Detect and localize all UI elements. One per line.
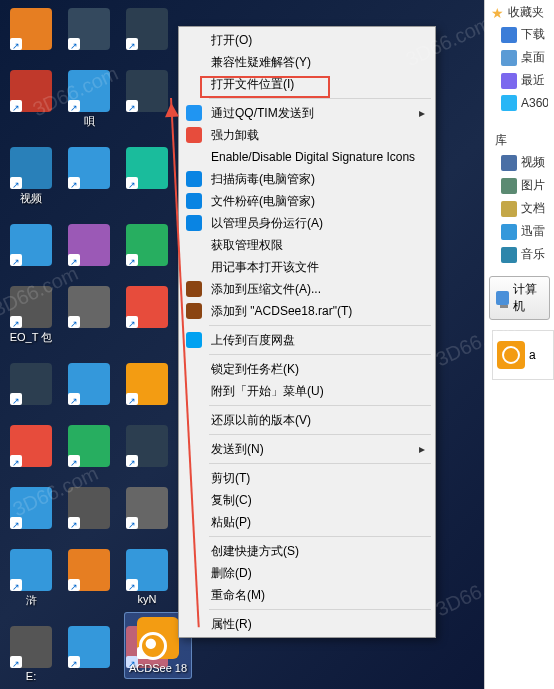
menu-item[interactable]: 文件粉碎(电脑管家) (181, 190, 433, 212)
menu-item-label: 上传到百度网盘 (211, 332, 295, 349)
menu-item-label: 附到「开始」菜单(U) (211, 383, 324, 400)
sidebar-item[interactable]: 最近 (491, 69, 548, 92)
desktop-icon[interactable] (120, 363, 174, 407)
folder-icon (501, 201, 517, 217)
menu-item[interactable]: 强力卸载 (181, 124, 433, 146)
menu-item[interactable]: 还原以前的版本(V) (181, 409, 433, 431)
desktop-icon[interactable] (62, 147, 116, 206)
desktop-icon[interactable]: 视频 (4, 147, 58, 206)
menu-item[interactable]: 锁定到任务栏(K) (181, 358, 433, 380)
folder-icon (501, 224, 517, 240)
acdsee-icon (137, 617, 179, 659)
menu-item-icon (186, 193, 202, 209)
sidebar-item-label: 图片 (521, 177, 545, 194)
desktop-icon[interactable] (4, 8, 58, 52)
menu-item[interactable]: 扫描病毒(电脑管家) (181, 168, 433, 190)
app-icon (10, 224, 52, 266)
menu-item[interactable]: 剪切(T) (181, 467, 433, 489)
acdsee-panel-icon (497, 341, 525, 369)
menu-item[interactable]: 添加到 "ACDSee18.rar"(T) (181, 300, 433, 322)
desktop-icon[interactable] (62, 8, 116, 52)
desktop-icon[interactable] (62, 487, 116, 531)
menu-item[interactable]: 附到「开始」菜单(U) (181, 380, 433, 402)
sidebar-item[interactable]: 音乐 (491, 243, 548, 266)
menu-item[interactable]: 重命名(M) (181, 584, 433, 606)
sidebar-item[interactable]: 迅雷 (491, 220, 548, 243)
menu-item-label: 删除(D) (211, 565, 252, 582)
desktop-icon[interactable] (62, 425, 116, 469)
menu-item[interactable]: 创建快捷方式(S) (181, 540, 433, 562)
menu-item[interactable]: 删除(D) (181, 562, 433, 584)
menu-item-label: 剪切(T) (211, 470, 250, 487)
menu-item[interactable]: 粘贴(P) (181, 511, 433, 533)
desktop-icon[interactable] (62, 224, 116, 268)
sidebar-item[interactable]: 视频 (491, 151, 548, 174)
app-icon (126, 363, 168, 405)
desktop-icon[interactable] (120, 147, 174, 206)
sidebar-item[interactable]: 桌面 (491, 46, 548, 69)
computer-button[interactable]: 计算机 (489, 276, 550, 320)
desktop-icon[interactable] (4, 487, 58, 531)
folder-icon (501, 155, 517, 171)
app-icon (10, 286, 52, 328)
menu-item-label: Enable/Disable Digital Signature Icons (211, 150, 415, 164)
menu-item[interactable]: Enable/Disable Digital Signature Icons (181, 146, 433, 168)
menu-item[interactable]: 属性(R) (181, 613, 433, 635)
app-icon (126, 70, 168, 112)
app-icon (68, 70, 110, 112)
desktop-icon[interactable] (120, 8, 174, 52)
desktop-icon[interactable]: kyN (120, 549, 174, 608)
acdsee-panel[interactable]: a (492, 330, 554, 380)
desktop-icon[interactable]: EO_T 包 (4, 286, 58, 345)
folder-icon (501, 73, 517, 89)
icon-label: E: (26, 670, 36, 682)
menu-item[interactable]: 添加到压缩文件(A)... (181, 278, 433, 300)
menu-item[interactable]: 兼容性疑难解答(Y) (181, 51, 433, 73)
sidebar-item[interactable]: 下载 (491, 23, 548, 46)
desktop-icon[interactable] (4, 224, 58, 268)
desktop-icon[interactable] (4, 425, 58, 469)
desktop-icon[interactable] (4, 363, 58, 407)
menu-item-label: 属性(R) (211, 616, 252, 633)
desktop-icon[interactable] (120, 286, 174, 345)
sidebar-item[interactable]: A360 (491, 92, 548, 114)
sidebar-item[interactable]: 文档 (491, 197, 548, 220)
menu-item[interactable]: 打开文件位置(I) (181, 73, 433, 95)
menu-item[interactable]: 通过QQ/TIM发送到 (181, 102, 433, 124)
menu-item-label: 兼容性疑难解答(Y) (211, 54, 311, 71)
menu-item[interactable]: 复制(C) (181, 489, 433, 511)
menu-item[interactable]: 上传到百度网盘 (181, 329, 433, 351)
menu-separator (209, 405, 431, 406)
menu-separator (209, 536, 431, 537)
desktop-icon[interactable] (120, 70, 174, 129)
menu-item[interactable]: 以管理员身份运行(A) (181, 212, 433, 234)
folder-icon (501, 247, 517, 263)
app-icon (68, 626, 110, 668)
library-section: 库 视频图片文档迅雷音乐 (485, 128, 554, 270)
desktop-icon[interactable] (62, 363, 116, 407)
desktop-icon-grid: 唄视频EO_T 包浒kyNE: (4, 8, 176, 682)
menu-item[interactable]: 用记事本打开该文件 (181, 256, 433, 278)
menu-item[interactable]: 发送到(N) (181, 438, 433, 460)
menu-separator (209, 434, 431, 435)
desktop-icon[interactable]: E: (4, 626, 58, 682)
desktop-icon[interactable] (62, 549, 116, 608)
folder-icon (501, 50, 517, 66)
sidebar-item[interactable]: 图片 (491, 174, 548, 197)
desktop-icon[interactable] (62, 626, 116, 682)
desktop-icon[interactable] (120, 224, 174, 268)
acdsee-label: ACDSee 18 (129, 662, 187, 674)
desktop-icon[interactable]: 唄 (62, 70, 116, 129)
menu-item[interactable]: 获取管理权限 (181, 234, 433, 256)
menu-item-label: 用记事本打开该文件 (211, 259, 319, 276)
desktop-icon[interactable] (120, 487, 174, 531)
app-icon (10, 549, 52, 591)
desktop-icon[interactable] (120, 425, 174, 469)
app-icon (10, 363, 52, 405)
menu-item-label: 复制(C) (211, 492, 252, 509)
menu-item[interactable]: 打开(O) (181, 29, 433, 51)
desktop-icon[interactable]: 浒 (4, 549, 58, 608)
desktop-icon[interactable] (4, 70, 58, 129)
app-icon (68, 549, 110, 591)
desktop-icon[interactable] (62, 286, 116, 345)
